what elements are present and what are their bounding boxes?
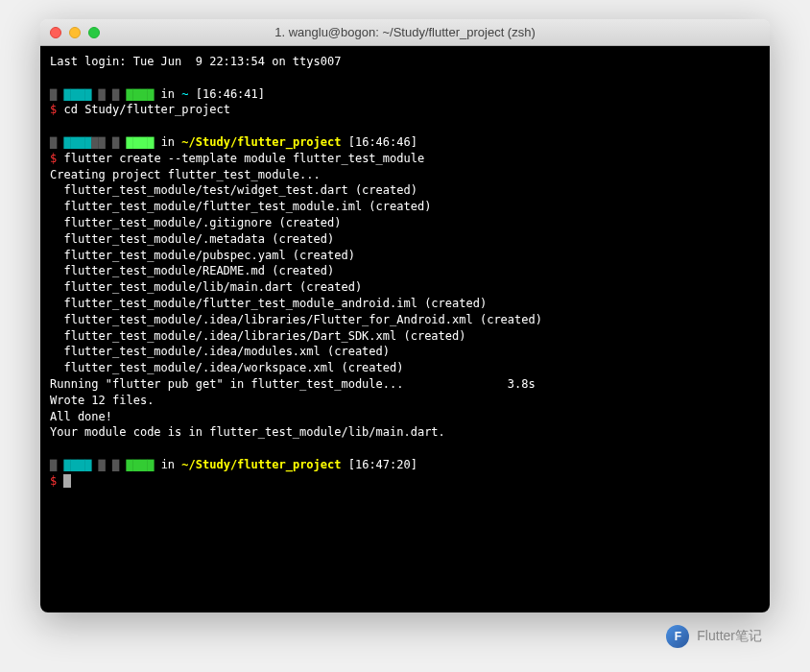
prompt-in: in xyxy=(161,87,175,101)
prompt-segment: ▇ ▇ xyxy=(91,458,126,471)
prompt-segment: ▇▇▇▇ xyxy=(63,87,91,101)
prompt-time: [16:47:20] xyxy=(348,458,417,471)
prompt-segment: ▇▇▇▇ xyxy=(63,458,91,471)
output-line: All done! xyxy=(50,409,760,425)
command-line-2: $ flutter create --template module flutt… xyxy=(50,151,760,167)
title-bar: 1. wanglu@bogon: ~/Study/flutter_project… xyxy=(40,19,770,46)
prompt-segment: ▇▇ ▇ xyxy=(91,135,126,149)
command-line-1: $ cd Study/flutter_project xyxy=(50,102,760,118)
command-line-3: $ xyxy=(50,473,760,490)
window-title: 1. wanglu@bogon: ~/Study/flutter_project… xyxy=(50,25,760,39)
flutter-icon: F xyxy=(666,625,689,648)
output-line: flutter_test_module/.gitignore (created) xyxy=(50,215,760,231)
prompt-in: in xyxy=(161,458,175,471)
output-line: flutter_test_module/.idea/workspace.xml … xyxy=(50,360,760,376)
minimize-button[interactable] xyxy=(69,27,81,38)
prompt-segment: ▇▇▇▇ xyxy=(126,87,160,101)
prompt-line-3: ▇ ▇▇▇▇ ▇ ▇ ▇▇▇▇ in ~/Study/flutter_proje… xyxy=(50,457,760,473)
terminal-window: 1. wanglu@bogon: ~/Study/flutter_project… xyxy=(40,19,770,612)
prompt-path: ~/Study/flutter_project xyxy=(181,458,341,471)
blank-line xyxy=(50,70,760,86)
output-line: flutter_test_module/.idea/libraries/Flut… xyxy=(50,312,760,328)
prompt-path: ~/Study/flutter_project xyxy=(181,135,341,149)
last-login-line: Last login: Tue Jun 9 22:13:54 on ttys00… xyxy=(50,54,760,70)
prompt-line-1: ▇ ▇▇▇▇ ▇ ▇ ▇▇▇▇ in ~ [16:46:41] xyxy=(50,86,760,103)
prompt-segment: ▇▇▇▇ xyxy=(63,135,91,149)
output-line: flutter_test_module/pubspec.yaml (create… xyxy=(50,248,760,264)
prompt-segment: ▇ xyxy=(50,135,63,149)
prompt-in: in xyxy=(161,135,175,149)
prompt-segment: ▇▇▇▇ xyxy=(126,135,154,149)
close-button[interactable] xyxy=(50,27,61,38)
command-text: cd Study/flutter_project xyxy=(63,103,229,116)
maximize-button[interactable] xyxy=(88,27,100,38)
watermark: F Flutter笔记 xyxy=(666,625,762,648)
prompt-segment: ▇▇▇▇ xyxy=(126,458,154,471)
output-line: Creating project flutter_test_module... xyxy=(50,167,760,183)
traffic-lights xyxy=(50,27,100,38)
output-line: Your module code is in flutter_test_modu… xyxy=(50,424,760,441)
blank-line xyxy=(50,441,760,457)
output-line: flutter_test_module/lib/main.dart (creat… xyxy=(50,279,760,296)
prompt-path: ~ xyxy=(181,87,188,101)
prompt-segment: ▇ xyxy=(50,87,63,101)
cursor xyxy=(63,474,71,488)
terminal-body[interactable]: Last login: Tue Jun 9 22:13:54 on ttys00… xyxy=(40,46,770,612)
output-line: Running "flutter pub get" in flutter_tes… xyxy=(50,376,760,393)
blank-line xyxy=(50,118,760,134)
prompt-time: [16:46:41] xyxy=(196,87,265,101)
output-line: flutter_test_module/.idea/libraries/Dart… xyxy=(50,328,760,345)
output-line: flutter_test_module/flutter_test_module_… xyxy=(50,296,760,312)
watermark-text: Flutter笔记 xyxy=(697,628,762,645)
output-line: flutter_test_module/.idea/modules.xml (c… xyxy=(50,344,760,360)
prompt-time: [16:46:46] xyxy=(348,135,417,149)
prompt-dollar: $ xyxy=(50,103,57,116)
prompt-dollar: $ xyxy=(50,152,57,165)
prompt-segment: ▇ ▇ xyxy=(91,87,126,101)
prompt-dollar: $ xyxy=(50,474,57,488)
prompt-segment: ▇ xyxy=(50,458,63,471)
output-line: flutter_test_module/flutter_test_module.… xyxy=(50,199,760,215)
output-line: flutter_test_module/test/widget_test.dar… xyxy=(50,182,760,199)
output-line: flutter_test_module/README.md (created) xyxy=(50,263,760,279)
output-line: Wrote 12 files. xyxy=(50,393,760,409)
output-line: flutter_test_module/.metadata (created) xyxy=(50,231,760,248)
command-text: flutter create --template module flutter… xyxy=(63,152,424,165)
prompt-line-2: ▇ ▇▇▇▇▇▇ ▇ ▇▇▇▇ in ~/Study/flutter_proje… xyxy=(50,134,760,151)
